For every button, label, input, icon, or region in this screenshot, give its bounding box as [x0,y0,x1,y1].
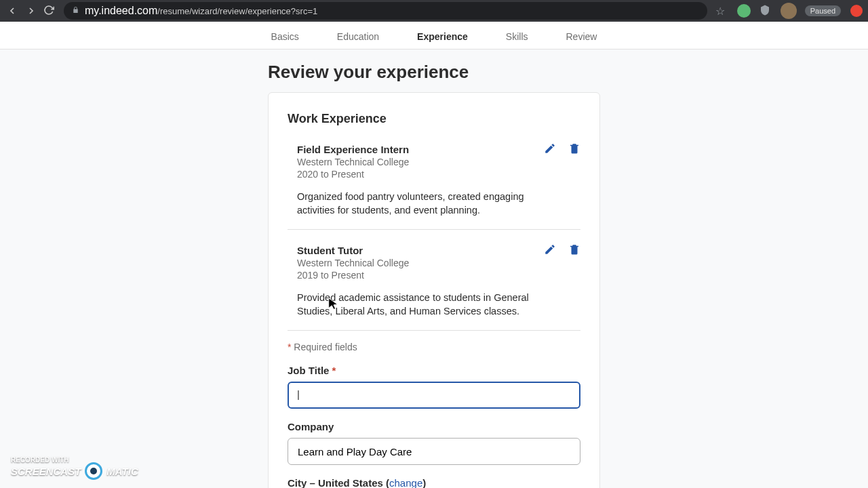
tab-experience[interactable]: Experience [417,31,468,42]
edit-icon[interactable] [544,142,556,155]
tab-skills[interactable]: Skills [506,31,528,42]
watermark-logo-icon [85,462,102,480]
company-input[interactable] [288,438,580,465]
page-title: Review your experience [268,62,600,83]
delete-icon[interactable] [568,142,580,155]
tab-education[interactable]: Education [337,31,379,42]
delete-icon[interactable] [568,243,580,256]
address-bar[interactable]: my.indeed.com/resume/wizard/review/exper… [64,2,707,20]
experience-dates: 2019 to Present [297,270,580,281]
section-heading: Work Experience [288,112,580,126]
forward-button[interactable] [24,4,38,18]
url-text: my.indeed.com/resume/wizard/review/exper… [85,5,317,17]
job-title-label: Job Title * [288,365,580,376]
extension-icon-2[interactable] [850,5,863,17]
experience-description: Provided academic assistance to students… [297,291,555,318]
experience-description: Organized food pantry volunteers, create… [297,190,555,217]
experience-card: Work Experience Field Experience Intern … [268,92,600,488]
back-button[interactable] [5,4,19,18]
wizard-tabs: Basics Education Experience Skills Revie… [0,22,868,49]
experience-item: Student Tutor Western Technical College … [288,241,580,331]
lock-icon [72,6,79,16]
profile-avatar[interactable] [781,3,797,19]
tab-basics[interactable]: Basics [271,31,299,42]
watermark: SCREENCAST MATIC [11,462,138,480]
extension-icon-1[interactable] [737,4,751,18]
experience-item: Field Experience Intern Western Technica… [288,140,580,230]
edit-icon[interactable] [544,243,556,256]
city-label: City – United States (change) [288,477,580,488]
required-fields-note: * Required fields [288,342,580,352]
reload-button[interactable] [43,5,56,17]
bookmark-icon[interactable]: ☆ [715,5,725,18]
page-body: Basics Education Experience Skills Revie… [0,22,868,488]
experience-dates: 2020 to Present [297,169,580,180]
paused-badge: Paused [805,5,841,16]
company-label: Company [288,421,580,432]
text-cursor: | [297,388,300,400]
experience-company: Western Technical College [297,157,580,167]
change-country-link[interactable]: change [389,477,422,488]
tab-review[interactable]: Review [566,31,597,42]
job-title-input[interactable] [288,382,580,409]
shield-icon[interactable] [759,4,772,18]
browser-toolbar: my.indeed.com/resume/wizard/review/exper… [0,0,868,22]
experience-title: Student Tutor [297,245,580,256]
experience-title: Field Experience Intern [297,144,580,155]
experience-company: Western Technical College [297,258,580,268]
